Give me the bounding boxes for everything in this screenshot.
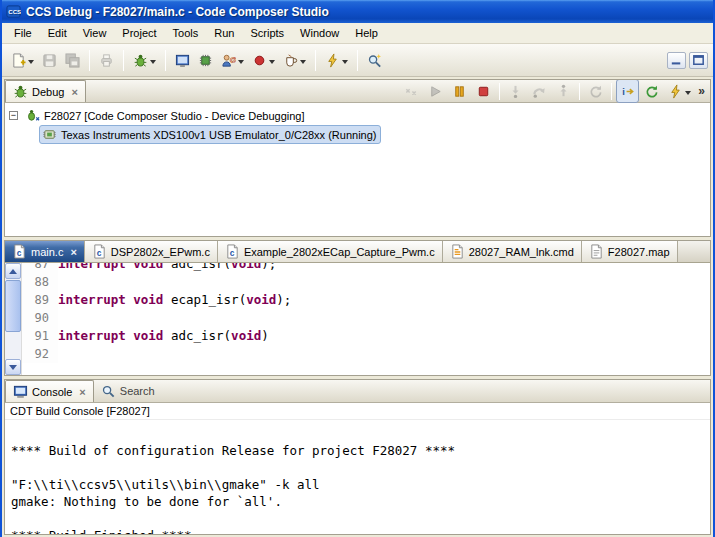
close-tab-icon[interactable]: × [70,247,76,257]
remove-all-terminated-button[interactable] [400,79,423,103]
menu-tools[interactable]: Tools [165,24,207,42]
console-output[interactable]: **** Build of configuration Release for … [5,420,710,534]
debug-button[interactable] [129,48,160,72]
tab-console[interactable]: Console× [5,380,94,402]
print-button[interactable] [95,48,118,72]
terminate-button[interactable] [472,79,495,103]
code-line[interactable]: 91interrupt void adc_isr(void) [22,327,710,345]
console-line: gmake: Nothing to be done for `all'. [11,493,704,510]
save-all-icon [65,53,80,68]
terminate-icon [476,84,491,99]
step-return-button[interactable] [552,79,575,103]
target-config-button[interactable] [171,48,194,72]
scroll-down-button[interactable] [5,359,21,375]
resume-button[interactable] [424,79,447,103]
search-button[interactable] [363,48,386,72]
dropdown-arrow-icon[interactable] [238,60,244,67]
console-line [11,510,704,527]
menu-bar: FileEditViewProjectToolsRunScriptsWindow… [2,23,713,44]
debug-bug-icon [13,84,28,99]
menu-project[interactable]: Project [114,24,164,42]
toolbar-buttons: @ [7,48,386,72]
code-line[interactable]: 87interrupt void adc_isr(void); [22,263,710,273]
step-over-button[interactable] [528,79,551,103]
scroll-up-button[interactable] [5,263,21,279]
flash-options-button[interactable] [664,79,695,103]
new-wizard-button[interactable] [7,48,38,72]
code-line[interactable]: 90 [22,309,710,327]
dropdown-arrow-icon[interactable] [685,91,691,98]
editor-tab-28027-ram-lnk-cmd[interactable]: 28027_RAM_lnk.cmd [443,241,582,262]
magnifier-icon [101,384,116,399]
close-tab-icon[interactable]: × [79,387,85,397]
tree-item-selection: Texas Instruments XDS100v1 USB Emulator_… [39,125,381,144]
print-icon [99,53,114,68]
debug-target-icon [25,108,40,123]
console-line: **** Build of configuration Release for … [11,442,704,459]
debug-toolbar: i» [400,80,710,102]
step-into-icon [508,84,523,99]
dropdown-arrow-icon[interactable] [28,60,34,67]
menu-help[interactable]: Help [347,24,386,42]
menu-file[interactable]: File [6,24,40,42]
title-bar[interactable]: CCS CCS Debug - F28027/main.c - Code Com… [2,0,713,23]
browse-icon: @ [221,53,236,68]
editor-tab-dsp2802x-epwm-c[interactable]: cDSP2802x_EPwm.c [85,241,218,262]
editor-tab-main-c[interactable]: cmain.c× [5,241,85,262]
restart-button[interactable] [584,79,607,103]
code-line[interactable]: 89interrupt void ecap1_isr(void); [22,291,710,309]
editor-tab-f28027-map[interactable]: F28027.map [582,241,678,262]
code-editor[interactable]: 87interrupt void adc_isr(void);8889inter… [22,263,710,375]
workspace: Debug × i» −F28027 [Code Composer Studio… [2,77,713,537]
tab-debug[interactable]: Debug × [5,80,86,102]
dropdown-arrow-icon[interactable] [342,60,348,67]
java-button[interactable] [279,48,310,72]
debug-tree-item[interactable]: Texas Instruments XDS100v1 USB Emulator_… [5,125,710,144]
line-number: 89 [22,291,58,309]
menu-run[interactable]: Run [206,24,242,42]
debug-tree-item[interactable]: −F28027 [Code Composer Studio - Device D… [5,106,710,125]
debug-view: Debug × i» −F28027 [Code Composer Studio… [4,79,711,237]
maximize-view-button[interactable] [689,52,708,69]
instruction-stepping-button[interactable]: i [616,79,639,103]
dropdown-arrow-icon[interactable] [150,60,156,67]
suspend-button[interactable] [448,79,471,103]
collapse-toggle-icon[interactable]: − [9,111,18,120]
scrollbar-thumb[interactable] [5,280,21,332]
refresh-button[interactable] [640,79,663,103]
svg-text:CCS: CCS [8,8,21,15]
view-menu-button[interactable]: » [698,84,705,98]
code-line[interactable]: 88 [22,273,710,291]
console-icon [13,384,28,399]
save-button[interactable] [38,48,61,72]
java-icon [283,53,298,68]
editor-vertical-scrollbar[interactable] [5,263,22,375]
close-tab-icon[interactable]: × [71,87,77,97]
svg-text:i: i [623,87,626,97]
code-text: interrupt void ecap1_isr(void); [58,291,291,309]
minimize-view-button[interactable] [667,52,686,69]
browse-button[interactable]: @ [217,48,248,72]
editor-tab-label: Example_2802xECap_Capture_Pwm.c [244,246,435,258]
scrollbar-track[interactable] [5,279,21,359]
save-all-button[interactable] [61,48,84,72]
menu-scripts[interactable]: Scripts [242,24,292,42]
editor-tab-example-2802xecap-capture-pwm-c[interactable]: cExample_2802xECap_Capture_Pwm.c [218,241,443,262]
menu-edit[interactable]: Edit [40,24,75,42]
c-file-icon: c [92,244,107,259]
tab-search[interactable]: Search [94,380,162,402]
step-over-icon [532,84,547,99]
save-icon [42,53,57,68]
flash-tool-button[interactable] [321,48,352,72]
menu-window[interactable]: Window [292,24,347,42]
code-text: interrupt void adc_isr(void); [58,263,276,273]
line-number: 92 [22,345,58,363]
memory-view-button[interactable] [194,48,217,72]
dropdown-arrow-icon[interactable] [300,60,306,67]
breakpoint-button[interactable] [248,48,279,72]
code-line[interactable]: 92 [22,345,710,363]
dropdown-arrow-icon[interactable] [269,60,275,67]
step-into-button[interactable] [504,79,527,103]
menu-view[interactable]: View [75,24,115,42]
debug-tab-label: Debug [32,86,64,98]
